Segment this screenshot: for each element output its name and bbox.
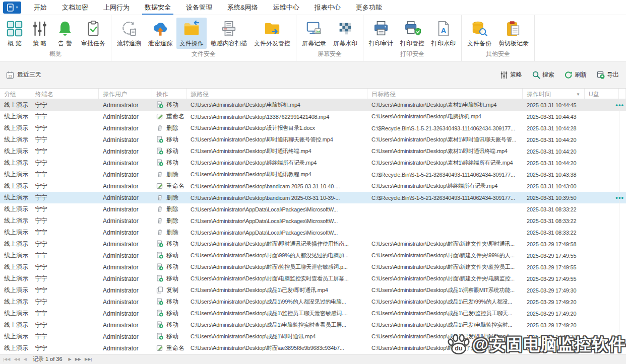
ribbon-item[interactable]: 策 略 [28,18,52,49]
toolbar-button[interactable]: 策略 [500,70,522,79]
cell-target-path: C:\Users\Administrator\Desktop\素材1\即时通讯聊… [367,134,523,145]
table-row[interactable]: 线上演示宁宁Administrator移动C:\Users\Administra… [0,250,626,261]
cell-target-path: C:\Users\Administrator\Desktop\封面\新建文件夹\… [367,261,523,273]
cell-operation-user: Administrator [99,192,152,203]
move-operation-icon [156,310,164,317]
column-header-label: 分组 [4,90,16,99]
folder-return-icon [182,19,201,38]
ribbon-item[interactable]: 文件备份 [464,18,494,49]
table-row[interactable]: 线上演示宁宁Administrator移动C:\Users\Administra… [0,99,626,111]
pagination-button[interactable]: |◀◀ [3,357,10,361]
ribbon-item[interactable]: 打印管控 [397,18,427,49]
ribbon-item-label: 屏幕水印 [333,39,357,48]
menu-tab[interactable]: 设备管理 [178,0,220,15]
cell-operation-user: Administrator [99,215,152,227]
ribbon-item-label: 打印水印 [431,39,456,48]
column-header[interactable]: 操作时间▼ [523,89,585,99]
table-row[interactable]: 线上演示宁宁Administrator移动C:\Users\Administra… [0,319,626,331]
table-row[interactable]: 线上演示宁宁Administrator移动C:\Users\Administra… [0,261,626,273]
table-row[interactable]: 线上演示宁宁Administrator移动C:\Users\Administra… [0,296,626,308]
table-row[interactable]: 线上演示宁宁Administrator移动C:\Users\Administra… [0,331,626,342]
column-header[interactable]: 源路径 [186,89,367,99]
row-gutter [619,308,626,319]
toolbar-button[interactable]: 导出 [597,70,619,79]
table-row[interactable]: 线上演示宁宁Administrator删除C:\Users\Administra… [0,215,626,227]
column-header-label: 终端名 [35,90,53,99]
table-row[interactable]: 线上演示宁宁Administrator移动C:\Users\Administra… [0,145,626,157]
table-row[interactable]: 线上演示宁宁Administrator移动C:\Users\Administra… [0,157,626,169]
table-row[interactable]: 线上演示宁宁Administrator重命名C:\Users\Administr… [0,342,626,354]
cell-group: 线上演示 [0,99,31,111]
table-row[interactable]: 线上演示宁宁Administrator删除C:\Users\Administra… [0,169,626,180]
cell-terminal-name: 宁宁 [31,215,99,227]
cell-terminal-name: 宁宁 [31,157,99,169]
pagination-button[interactable]: ▶ [69,357,72,361]
cell-operation-user: Administrator [99,111,152,122]
column-header[interactable]: U盘 [585,89,619,99]
menu-tab[interactable]: 系统&网络 [220,0,266,15]
row-gutter [619,296,626,308]
ribbon-item[interactable]: A打印水印 [428,18,459,49]
row-actions-menu[interactable]: ••• [615,192,624,203]
table-row[interactable]: 线上演示宁宁Administrator复制C:\Users\Administra… [0,284,626,296]
ribbon-item[interactable]: 屏幕记录 [299,18,329,49]
pagination-button[interactable]: ▶▶ [75,357,81,361]
operation-label: 删除 [166,193,178,202]
sort-down-icon[interactable]: ▼ [576,92,580,97]
ribbon-item[interactable]: 审批任务 [78,18,108,49]
ribbon-item[interactable]: 敏感内容扫描 [208,18,250,49]
ribbon-item[interactable]: 泄密追踪 [145,18,175,49]
ribbon-item[interactable]: 文件操作 [176,18,207,49]
ribbon-item[interactable]: 文件外发管控 [251,18,293,49]
table-row[interactable]: 线上演示宁宁Administrator删除C:\Users\Administra… [0,203,626,215]
cell-operation-time: 2025-03-29 17:49:55 [523,261,585,273]
ribbon-item-label: 文件备份 [467,39,491,48]
cell-operation-user: Administrator [99,284,152,296]
menu-tab[interactable]: 上网行为 [96,0,137,15]
column-header[interactable]: 终端名 [31,89,99,99]
pagination-button[interactable]: ◀ [24,357,27,361]
table-row[interactable]: 线上演示宁宁Administrator删除C:\Users\Administra… [0,122,626,134]
cell-group: 线上演示 [0,227,31,238]
ribbon-item[interactable]: 告 警 [53,18,77,49]
table-row[interactable]: 线上演示宁宁Administrator移动C:\Users\Administra… [0,273,626,284]
column-header[interactable]: 操作用户 [99,89,152,99]
table-row[interactable]: 线上演示宁宁Administrator移动C:\Users\Administra… [0,238,626,250]
table-row[interactable]: 线上演示宁宁Administrator移动C:\Users\Administra… [0,308,626,319]
operation-label: 移动 [166,274,178,283]
ribbon-item[interactable]: 流转追溯 [114,18,144,49]
menu-tab[interactable]: 报表中心 [307,0,348,15]
menu-tab[interactable]: 数据安全 [137,0,178,15]
ribbon-item[interactable]: 概 览 [3,18,27,49]
operation-label: 移动 [166,321,178,329]
operation-label: 移动 [166,263,178,271]
ribbon-item[interactable]: 打印审计 [366,18,396,49]
toolbar-button[interactable]: 搜索 [532,70,554,79]
cell-target-path: C:\Users\Administrator\Desktop\电脑拆机.mp4 [367,111,523,122]
column-header[interactable]: 操作 [152,89,186,99]
table-row[interactable]: 线上演示宁宁Administrator删除C:\Users\Administra… [0,227,626,238]
cell-target-path: C:\Users\Administrator\Desktop\封面\新建文件夹\… [367,238,523,250]
cell-terminal-name: 宁宁 [31,250,99,261]
toolbar-button[interactable]: 刷新 [565,70,587,79]
column-header[interactable]: 目标路径 [367,89,523,99]
table-row[interactable]: 线上演示宁宁Administrator删除C:\Users\Administra… [0,192,626,203]
pagination-button[interactable]: ▶▶| [85,357,92,361]
column-header[interactable]: 分组 [0,89,31,99]
date-filter-button[interactable]: 23 最近三天 [6,70,41,79]
menu-tab[interactable]: 更多功能 [348,0,390,15]
ribbon-item[interactable]: 屏幕水印 [330,18,360,49]
table-row[interactable]: 线上演示宁宁Administrator重命名C:\Users\Administr… [0,180,626,192]
row-actions-menu[interactable]: ••• [615,99,624,111]
table-row[interactable]: 线上演示宁宁Administrator重命名C:\Users\Administr… [0,111,626,122]
menu-tab[interactable]: 文档加密 [54,0,96,15]
menu-tab[interactable]: 运维中心 [266,0,307,15]
ribbon-item[interactable]: 剪切板记录 [495,18,532,49]
column-header[interactable] [619,89,626,99]
app-menu-button[interactable]: ▾ [3,2,21,14]
ribbon-group-label: 打印安全 [365,49,459,61]
pagination-button[interactable]: ◀◀ [14,357,20,361]
menu-tab[interactable]: 开始 [26,0,54,15]
table-row[interactable]: 线上演示宁宁Administrator移动C:\Users\Administra… [0,134,626,145]
cell-usb [585,99,619,111]
